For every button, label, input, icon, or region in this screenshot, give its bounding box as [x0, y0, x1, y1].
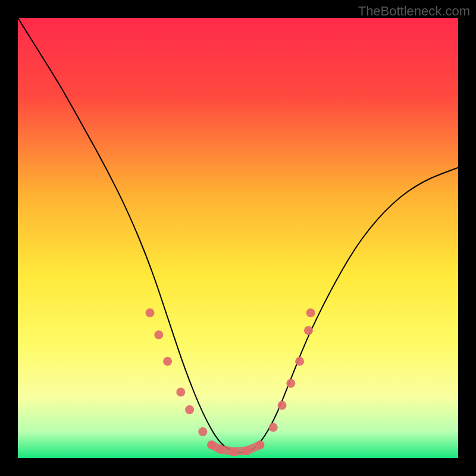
data-point	[304, 326, 313, 335]
watermark-label: TheBottleneck.com	[358, 4, 470, 19]
plot-area	[18, 18, 458, 458]
data-point	[216, 445, 225, 454]
data-point	[286, 379, 295, 388]
data-point	[229, 447, 238, 456]
data-point	[163, 357, 172, 366]
data-point	[146, 308, 155, 317]
data-point	[295, 357, 304, 366]
data-point	[242, 446, 251, 455]
data-point	[176, 388, 185, 397]
data-point	[198, 427, 207, 436]
data-point	[306, 308, 315, 317]
data-point	[185, 405, 194, 414]
gradient-background	[18, 18, 458, 458]
chart-frame: TheBottleneck.com	[0, 0, 476, 476]
data-point	[278, 401, 287, 410]
bottleneck-chart	[18, 18, 458, 458]
data-point	[256, 440, 265, 449]
data-point	[207, 440, 216, 449]
data-point	[269, 423, 278, 432]
data-point	[154, 330, 163, 339]
